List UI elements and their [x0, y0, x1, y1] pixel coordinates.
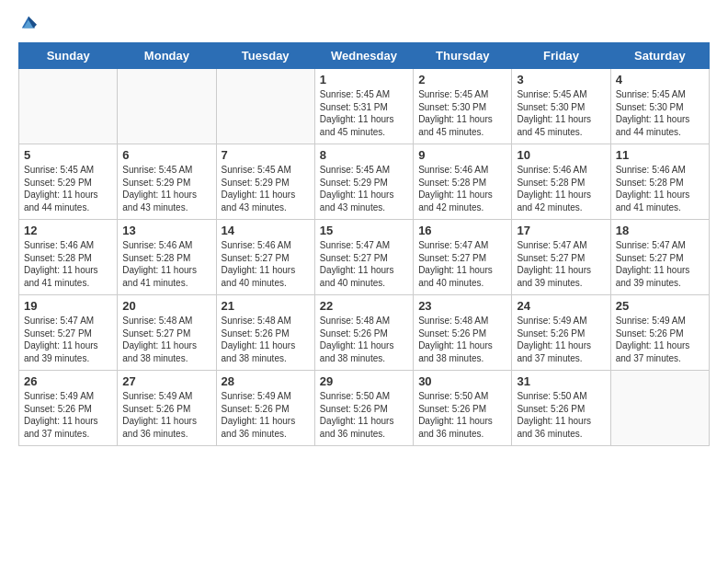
- day-number: 1: [320, 73, 408, 86]
- day-details: Sunrise: 5:48 AMSunset: 5:26 PMDaylight:…: [320, 315, 408, 364]
- day-number: 31: [517, 374, 605, 388]
- calendar-day-19: 19Sunrise: 5:47 AMSunset: 5:27 PMDayligh…: [19, 295, 118, 371]
- day-number: 10: [517, 148, 605, 162]
- day-details: Sunrise: 5:45 AMSunset: 5:30 PMDaylight:…: [517, 88, 605, 138]
- day-number: 2: [418, 73, 506, 86]
- calendar-week-3: 12Sunrise: 5:46 AMSunset: 5:28 PMDayligh…: [19, 220, 710, 295]
- day-details: Sunrise: 5:47 AMSunset: 5:27 PMDaylight:…: [24, 315, 112, 364]
- day-details: Sunrise: 5:45 AMSunset: 5:29 PMDaylight:…: [122, 164, 210, 213]
- day-number: 7: [222, 148, 310, 162]
- day-details: Sunrise: 5:49 AMSunset: 5:26 PMDaylight:…: [517, 315, 605, 364]
- day-number: 16: [418, 224, 506, 237]
- day-details: Sunrise: 5:46 AMSunset: 5:27 PMDaylight:…: [222, 239, 310, 289]
- calendar-day-4: 4Sunrise: 5:45 AMSunset: 5:30 PMDaylight…: [610, 69, 709, 144]
- day-details: Sunrise: 5:50 AMSunset: 5:26 PMDaylight:…: [517, 390, 605, 440]
- calendar-header: SundayMondayTuesdayWednesdayThursdayFrid…: [19, 43, 710, 69]
- logo-icon: [20, 15, 37, 31]
- calendar-day-28: 28Sunrise: 5:49 AMSunset: 5:26 PMDayligh…: [216, 371, 314, 446]
- calendar-day-11: 11Sunrise: 5:46 AMSunset: 5:28 PMDayligh…: [610, 144, 709, 220]
- day-details: Sunrise: 5:45 AMSunset: 5:31 PMDaylight:…: [320, 88, 408, 138]
- day-number: 9: [418, 148, 506, 162]
- calendar-day-14: 14Sunrise: 5:46 AMSunset: 5:27 PMDayligh…: [216, 220, 314, 295]
- calendar-week-2: 5Sunrise: 5:45 AMSunset: 5:29 PMDaylight…: [19, 144, 710, 220]
- day-details: Sunrise: 5:49 AMSunset: 5:26 PMDaylight:…: [24, 390, 112, 440]
- day-details: Sunrise: 5:50 AMSunset: 5:26 PMDaylight:…: [418, 390, 506, 440]
- day-details: Sunrise: 5:46 AMSunset: 5:28 PMDaylight:…: [24, 239, 112, 289]
- calendar-body: 1Sunrise: 5:45 AMSunset: 5:31 PMDaylight…: [19, 69, 710, 446]
- calendar-day-31: 31Sunrise: 5:50 AMSunset: 5:26 PMDayligh…: [512, 371, 610, 446]
- day-number: 22: [320, 299, 408, 313]
- calendar-day-25: 25Sunrise: 5:49 AMSunset: 5:26 PMDayligh…: [610, 295, 709, 371]
- day-details: Sunrise: 5:45 AMSunset: 5:29 PMDaylight:…: [222, 164, 310, 213]
- day-details: Sunrise: 5:47 AMSunset: 5:27 PMDaylight:…: [517, 239, 605, 289]
- calendar-day-23: 23Sunrise: 5:48 AMSunset: 5:26 PMDayligh…: [414, 295, 512, 371]
- weekday-header-monday: Monday: [118, 43, 216, 69]
- day-details: Sunrise: 5:46 AMSunset: 5:28 PMDaylight:…: [517, 164, 605, 213]
- header: [18, 15, 710, 31]
- calendar-day-24: 24Sunrise: 5:49 AMSunset: 5:26 PMDayligh…: [512, 295, 610, 371]
- calendar-day-2: 2Sunrise: 5:45 AMSunset: 5:30 PMDaylight…: [414, 69, 512, 144]
- day-details: Sunrise: 5:48 AMSunset: 5:27 PMDaylight:…: [122, 315, 210, 364]
- day-number: 26: [24, 374, 112, 388]
- calendar-day-empty-2: [216, 69, 314, 144]
- day-number: 17: [517, 224, 605, 237]
- calendar-day-13: 13Sunrise: 5:46 AMSunset: 5:28 PMDayligh…: [118, 220, 216, 295]
- calendar-day-3: 3Sunrise: 5:45 AMSunset: 5:30 PMDaylight…: [512, 69, 610, 144]
- calendar-day-30: 30Sunrise: 5:50 AMSunset: 5:26 PMDayligh…: [414, 371, 512, 446]
- calendar-day-empty-1: [118, 69, 216, 144]
- calendar-day-16: 16Sunrise: 5:47 AMSunset: 5:27 PMDayligh…: [414, 220, 512, 295]
- logo: [18, 15, 37, 31]
- day-number: 11: [616, 148, 704, 162]
- day-details: Sunrise: 5:50 AMSunset: 5:26 PMDaylight:…: [320, 390, 408, 440]
- day-details: Sunrise: 5:45 AMSunset: 5:29 PMDaylight:…: [24, 164, 112, 213]
- page: SundayMondayTuesdayWednesdayThursdayFrid…: [0, 0, 728, 563]
- day-number: 21: [222, 299, 310, 313]
- day-number: 15: [320, 224, 408, 237]
- calendar-day-21: 21Sunrise: 5:48 AMSunset: 5:26 PMDayligh…: [216, 295, 314, 371]
- day-details: Sunrise: 5:49 AMSunset: 5:26 PMDaylight:…: [222, 390, 310, 440]
- day-details: Sunrise: 5:47 AMSunset: 5:27 PMDaylight:…: [320, 239, 408, 289]
- weekday-header-thursday: Thursday: [414, 43, 512, 69]
- day-details: Sunrise: 5:45 AMSunset: 5:29 PMDaylight:…: [320, 164, 408, 213]
- calendar-day-9: 9Sunrise: 5:46 AMSunset: 5:28 PMDaylight…: [414, 144, 512, 220]
- day-details: Sunrise: 5:49 AMSunset: 5:26 PMDaylight:…: [122, 390, 210, 440]
- calendar-day-20: 20Sunrise: 5:48 AMSunset: 5:27 PMDayligh…: [118, 295, 216, 371]
- weekday-header-wednesday: Wednesday: [314, 43, 413, 69]
- day-details: Sunrise: 5:46 AMSunset: 5:28 PMDaylight:…: [418, 164, 506, 213]
- day-number: 12: [24, 224, 112, 237]
- day-number: 27: [122, 374, 210, 388]
- day-number: 4: [616, 73, 704, 86]
- calendar-day-10: 10Sunrise: 5:46 AMSunset: 5:28 PMDayligh…: [512, 144, 610, 220]
- day-details: Sunrise: 5:48 AMSunset: 5:26 PMDaylight:…: [418, 315, 506, 364]
- calendar-day-6: 6Sunrise: 5:45 AMSunset: 5:29 PMDaylight…: [118, 144, 216, 220]
- day-number: 6: [122, 148, 210, 162]
- calendar-day-26: 26Sunrise: 5:49 AMSunset: 5:26 PMDayligh…: [19, 371, 118, 446]
- calendar-day-27: 27Sunrise: 5:49 AMSunset: 5:26 PMDayligh…: [118, 371, 216, 446]
- day-number: 19: [24, 299, 112, 313]
- weekday-header-row: SundayMondayTuesdayWednesdayThursdayFrid…: [19, 43, 710, 69]
- day-number: 18: [616, 224, 704, 237]
- calendar-day-15: 15Sunrise: 5:47 AMSunset: 5:27 PMDayligh…: [314, 220, 413, 295]
- calendar-week-1: 1Sunrise: 5:45 AMSunset: 5:31 PMDaylight…: [19, 69, 710, 144]
- day-number: 13: [122, 224, 210, 237]
- calendar-day-29: 29Sunrise: 5:50 AMSunset: 5:26 PMDayligh…: [314, 371, 413, 446]
- weekday-header-sunday: Sunday: [19, 43, 118, 69]
- weekday-header-tuesday: Tuesday: [216, 43, 314, 69]
- weekday-header-friday: Friday: [512, 43, 610, 69]
- day-number: 24: [517, 299, 605, 313]
- day-number: 28: [222, 374, 310, 388]
- day-details: Sunrise: 5:47 AMSunset: 5:27 PMDaylight:…: [418, 239, 506, 289]
- day-number: 20: [122, 299, 210, 313]
- day-details: Sunrise: 5:48 AMSunset: 5:26 PMDaylight:…: [222, 315, 310, 364]
- calendar-day-12: 12Sunrise: 5:46 AMSunset: 5:28 PMDayligh…: [19, 220, 118, 295]
- calendar-day-22: 22Sunrise: 5:48 AMSunset: 5:26 PMDayligh…: [314, 295, 413, 371]
- day-details: Sunrise: 5:46 AMSunset: 5:28 PMDaylight:…: [122, 239, 210, 289]
- calendar-week-4: 19Sunrise: 5:47 AMSunset: 5:27 PMDayligh…: [19, 295, 710, 371]
- day-number: 23: [418, 299, 506, 313]
- day-details: Sunrise: 5:45 AMSunset: 5:30 PMDaylight:…: [418, 88, 506, 138]
- day-number: 14: [222, 224, 310, 237]
- day-details: Sunrise: 5:45 AMSunset: 5:30 PMDaylight:…: [616, 88, 704, 138]
- weekday-header-saturday: Saturday: [610, 43, 709, 69]
- calendar-day-empty-6: [610, 371, 709, 446]
- day-number: 3: [517, 73, 605, 86]
